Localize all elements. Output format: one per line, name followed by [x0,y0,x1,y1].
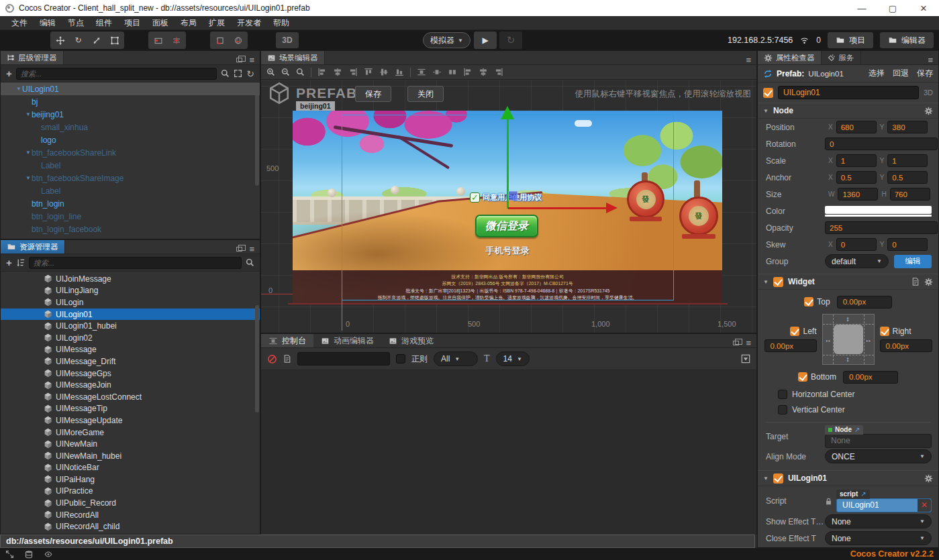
assets-scrollbar[interactable] [255,305,259,412]
world-coords-icon[interactable] [229,32,247,48]
refresh-button[interactable]: ↻ [499,32,522,49]
size-w-input[interactable] [838,188,878,201]
vertical-center-checkbox[interactable] [778,405,787,414]
horizontal-center-checkbox[interactable] [778,390,787,399]
twist-icon[interactable]: ▼ [25,175,32,181]
tab-游戏预览[interactable]: 游戏预览 [381,334,441,347]
asset-item-UINoticeBar[interactable]: UINoticeBar [1,462,260,474]
panel-menu-icon[interactable]: ≡ [928,56,933,64]
show-effect-dropdown[interactable]: None▼ [825,514,932,528]
rotation-input[interactable] [825,137,938,150]
distribute-right-icon[interactable] [448,68,457,76]
remove-script-icon[interactable]: ✕ [918,499,931,512]
regex-checkbox[interactable] [396,354,405,363]
widget-right-input[interactable]: 0.00px [880,339,932,352]
menu-item-组件[interactable]: 组件 [90,16,118,30]
open-log-icon[interactable] [283,354,291,363]
asset-item-UIRecordAll_child[interactable]: UIRecordAll_child [1,520,260,533]
prefab-save-button[interactable]: 保存 [917,68,933,79]
hierarchy-node-Label[interactable]: Label [1,184,260,197]
simulator-dropdown[interactable]: 模拟器▼ [423,32,471,48]
create-asset-button[interactable]: + [6,258,12,268]
widget-bottom-checkbox[interactable]: Bottom [798,372,836,382]
open-editor-button[interactable]: 编辑器 [880,32,934,48]
move-tool-icon[interactable] [51,32,69,48]
align-hcenter-icon[interactable] [333,68,342,76]
asset-item-UIMessageGps[interactable]: UIMessageGps [1,368,260,380]
position-y-input[interactable] [887,121,928,133]
zoom-in-icon[interactable] [266,68,275,76]
anchor-mode-icon[interactable] [167,32,185,48]
gizmo-x-arrowhead[interactable] [606,203,617,213]
asset-item-UIPaiHang[interactable]: UIPaiHang [1,473,260,486]
asset-item-UINewMain_hubei[interactable]: UINewMain_hubei [1,450,260,462]
menu-item-帮助[interactable]: 帮助 [267,16,295,30]
hierarchy-node-btn_login[interactable]: btn_login [1,197,260,210]
panel-menu-icon[interactable]: ≡ [249,56,254,64]
anchor-x-input[interactable] [836,171,877,184]
hierarchy-node-btn_login_facebook[interactable]: btn_login_facebook [1,223,260,235]
asset-item-UIMoreGame[interactable]: UIMoreGame [1,427,260,439]
size-h-input[interactable] [890,188,930,201]
tab-properties[interactable]: 属性检查器 [758,51,822,64]
gizmo-x-axis[interactable] [508,207,607,209]
expand-all-icon[interactable] [234,69,242,78]
refresh-icon[interactable]: ↻ [246,68,254,79]
close-effect-dropdown[interactable]: None▼ [825,531,932,545]
twist-icon[interactable]: ▼ [25,111,32,117]
tab-动画编辑器[interactable]: 动画编辑器 [313,334,381,347]
widget-right-checkbox[interactable]: Right [880,327,911,336]
widget-bottom-input[interactable]: 0.00px [843,371,898,384]
color-swatch[interactable] [825,206,932,217]
node-section-header[interactable]: ▼Node [758,103,938,119]
hierarchy-node-btn_facebookShareImage[interactable]: ▼btn_facebookShareImage [1,172,260,184]
asset-item-UIMessage_Drift[interactable]: UIMessage_Drift [1,355,260,368]
float-panel-icon[interactable] [236,247,242,251]
distribute-vcenter-icon[interactable] [479,68,488,76]
sync-assets-icon[interactable] [5,550,14,559]
menu-item-节点[interactable]: 节点 [62,16,90,30]
asset-item-UIMessage[interactable]: UIMessage [1,344,260,356]
tab-hierarchy[interactable]: 层级管理器 [1,51,64,64]
script-field[interactable]: script↗ UILogin01✕ [836,498,932,512]
widget-left-checkbox[interactable]: Left [790,327,816,336]
maximize-button[interactable]: ▢ [877,0,908,16]
hierarchy-node-bj[interactable]: bj [1,95,260,108]
asset-item-UILogin01_hubei[interactable]: UILogin01_hubei [1,320,260,332]
tab-services[interactable]: 服务 [822,51,861,64]
open-project-button[interactable]: 项目 [828,32,873,48]
asset-item-UIRecordAll[interactable]: UIRecordAll [1,509,260,521]
uilogin01-section-header[interactable]: ▼ UILogin01 [758,470,938,486]
asset-item-UIJoinMessage[interactable]: UIJoinMessage [1,273,260,285]
group-edit-button[interactable]: 编辑 [894,255,932,268]
skew-y-input[interactable] [887,238,928,251]
distribute-hcenter-icon[interactable] [432,68,442,76]
scale-x-input[interactable] [836,154,877,167]
asset-item-UIMessageLostConnect[interactable]: UIMessageLostConnect [1,391,260,403]
asset-item-UIPublic_Record[interactable]: UIPublic_Record [1,497,260,509]
search-icon[interactable] [221,69,230,78]
asset-item-UIRecordAllResult[interactable]: UIRecordAllResult [1,533,260,533]
hierarchy-node-Label[interactable]: Label [1,159,260,172]
hierarchy-search-input[interactable] [16,68,217,80]
tab-assets[interactable]: 资源管理器 [1,240,65,254]
align-left-icon[interactable] [317,68,327,76]
scale-y-input[interactable] [887,154,928,167]
panel-menu-icon[interactable]: ≡ [249,245,254,254]
preview-visibility-icon[interactable] [44,551,53,558]
node-active-checkbox[interactable] [763,88,773,98]
collapse-log-icon[interactable] [741,354,750,363]
local-coords-icon[interactable] [211,32,229,48]
gizmo-y-arrowhead[interactable] [501,106,514,119]
gizmo-center-handle[interactable] [508,191,517,201]
save-prefab-button[interactable]: 保存 [355,86,391,102]
widget-top-input[interactable]: 0.00px [837,296,892,309]
target-field[interactable]: Node↗ None [825,434,932,448]
hierarchy-node-UILogin01[interactable]: ▼UILogin01 [1,82,260,95]
clear-console-icon[interactable] [267,354,277,364]
scale-tool-icon[interactable] [87,32,105,48]
panel-menu-icon[interactable]: ≡ [746,339,751,347]
asset-item-UILingJiang[interactable]: UILingJiang [1,285,260,297]
widget-enabled-checkbox[interactable] [773,277,783,287]
font-size-dropdown[interactable]: 14▼ [496,351,530,366]
